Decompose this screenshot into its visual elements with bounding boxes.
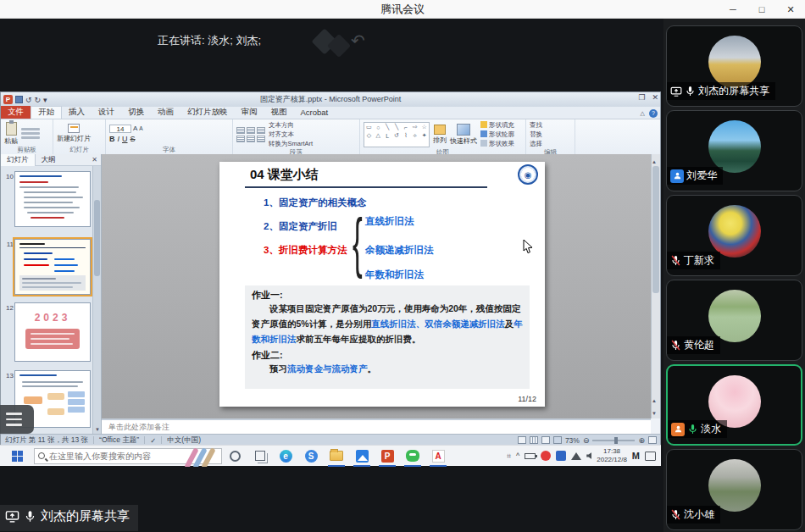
wechat-button[interactable] xyxy=(400,446,425,467)
sorter-view-button[interactable] xyxy=(530,436,538,444)
tab-review[interactable]: 审阅 xyxy=(235,106,264,119)
task-view-button[interactable] xyxy=(247,446,273,467)
action-center-icon[interactable] xyxy=(645,452,656,461)
bold-button[interactable]: B xyxy=(109,135,115,143)
start-button[interactable] xyxy=(0,446,34,467)
fit-to-window-button[interactable] xyxy=(648,436,657,444)
tray-clock[interactable]: 17:38 2022/12/8 xyxy=(597,447,627,463)
participant-tile[interactable]: 刘杰的屏幕共享 xyxy=(666,25,802,107)
participant-tile[interactable]: 黄伦超 xyxy=(666,280,802,361)
normal-view-button[interactable] xyxy=(518,436,526,444)
quick-styles-button[interactable]: 快速样式 xyxy=(450,124,477,146)
slide-thumbnail-11-selected[interactable] xyxy=(14,239,91,295)
zoom-in-icon[interactable]: ⊕ xyxy=(638,436,645,445)
tab-acrobat[interactable]: Acrobat xyxy=(294,106,336,119)
hidden-icons-chevron[interactable]: ^ xyxy=(516,452,519,460)
ime-grid-icon[interactable]: ⌗ xyxy=(507,452,511,461)
zoom-slider[interactable] xyxy=(592,440,635,441)
meeting-float-panel-handle[interactable] xyxy=(0,405,34,434)
tab-file[interactable]: 文件 xyxy=(1,106,31,119)
photos-icon xyxy=(356,450,369,463)
input-method-icon[interactable] xyxy=(556,451,566,461)
select-button[interactable]: 选择 xyxy=(530,140,542,148)
grow-font-icon[interactable]: A xyxy=(133,125,137,132)
align-text-button[interactable]: 对齐文本 xyxy=(269,130,313,139)
scroll-up-icon[interactable]: ▲ xyxy=(652,159,657,164)
participant-name: 丁新求 xyxy=(684,253,714,268)
slide-thumbnail-12[interactable]: 2023 xyxy=(14,302,91,362)
spellcheck-icon[interactable]: ✓ xyxy=(150,436,156,445)
current-slide[interactable]: 04 课堂小结 ◉ 1、固定资产的相关概念 2、固定资产折旧 3、折旧费计算方法… xyxy=(219,162,545,407)
participant-tile[interactable]: 沈小雄 xyxy=(666,449,802,530)
search-input[interactable] xyxy=(49,452,168,461)
file-explorer-button[interactable] xyxy=(324,446,349,467)
participant-tile-speaking[interactable]: 淡水 xyxy=(666,364,802,446)
zoom-out-icon[interactable]: ⊖ xyxy=(583,436,590,445)
tab-view[interactable]: 视图 xyxy=(264,106,294,119)
ppt-close-button[interactable]: ✕ xyxy=(652,93,658,102)
text-direction-button[interactable]: 文本方向 xyxy=(269,121,313,130)
maximize-button[interactable]: □ xyxy=(747,0,776,19)
pane-close-icon[interactable]: ✕ xyxy=(92,156,101,163)
shape-fill-button[interactable]: 形状填充 xyxy=(480,121,514,130)
paste-button[interactable]: 粘贴 xyxy=(4,122,18,146)
tab-home[interactable]: 开始 xyxy=(31,106,62,119)
shapes-gallery[interactable]: ▭○╲╲⌐⇨☆ ◇△L↺⌇⟡✦ xyxy=(364,122,430,147)
tab-animations[interactable]: 动画 xyxy=(151,106,180,119)
shape-effects-button[interactable]: 形状效果 xyxy=(480,140,514,148)
tab-insert[interactable]: 插入 xyxy=(62,106,92,119)
acrobat-button[interactable]: A xyxy=(425,446,451,467)
network-icon[interactable] xyxy=(571,452,581,460)
tab-design[interactable]: 设计 xyxy=(92,106,121,119)
help-icon[interactable]: ? xyxy=(649,109,658,118)
taskbar-search[interactable] xyxy=(34,448,222,464)
alignment-icons[interactable] xyxy=(236,127,265,142)
participant-tile[interactable]: 丁新求 xyxy=(666,195,802,276)
qq-icon[interactable] xyxy=(541,451,551,461)
ppt-titlebar[interactable]: P ↺ ↻ ▾ 固定资产核算.pptx - Microsoft PowerPoi… xyxy=(1,92,660,107)
tab-slideshow[interactable]: 幻灯片放映 xyxy=(180,106,235,119)
new-slide-button[interactable]: 新建幻灯片 xyxy=(57,124,91,143)
italic-button[interactable]: I xyxy=(118,135,120,143)
strikethrough-button[interactable]: S xyxy=(130,135,136,143)
cortana-button[interactable] xyxy=(222,446,247,467)
slides-pane-scrollbar[interactable]: ▼ xyxy=(92,166,101,434)
next-slide-icon[interactable]: ▼ xyxy=(652,411,657,416)
notes-pane[interactable]: 单击此处添加备注 xyxy=(102,418,651,434)
shape-outline-button[interactable]: 形状轮廓 xyxy=(480,130,514,139)
close-button[interactable]: ✕ xyxy=(776,0,805,19)
browser-button[interactable]: S xyxy=(298,446,324,467)
sogou-input-icon[interactable]: M xyxy=(632,451,640,461)
cut-copy-painter-icons[interactable] xyxy=(21,128,40,139)
tab-outline[interactable]: 大纲 xyxy=(36,154,62,166)
volume-icon[interactable] xyxy=(586,452,591,459)
replace-button[interactable]: 替换 xyxy=(530,130,542,139)
photos-button[interactable] xyxy=(349,446,375,467)
find-button[interactable]: 查找 xyxy=(530,121,542,130)
slide-scrollbar[interactable]: ▲ ▲ ▼ xyxy=(651,154,660,418)
scrollbar-thumb[interactable] xyxy=(652,166,659,293)
collapse-ribbon-icon[interactable]: △ xyxy=(641,110,645,117)
arrange-button[interactable]: 排列 xyxy=(433,125,447,145)
tab-slides[interactable]: 幻灯片 xyxy=(1,154,36,166)
battery-icon[interactable] xyxy=(525,453,536,459)
tab-transitions[interactable]: 切换 xyxy=(121,106,151,119)
underline-button[interactable]: U xyxy=(122,135,128,143)
previous-slide-icon[interactable]: ▲ xyxy=(652,398,657,403)
search-highlight-icon[interactable] xyxy=(184,447,219,467)
shrink-font-icon[interactable]: A xyxy=(139,125,142,131)
font-size-box[interactable]: 14 xyxy=(109,125,131,133)
ppt-restore-button[interactable]: ❐ xyxy=(638,93,645,102)
powerpoint-button[interactable]: P xyxy=(375,446,400,467)
scrollbar-thumb[interactable] xyxy=(94,200,100,276)
language-indicator[interactable]: 中文(中国) xyxy=(167,435,201,446)
slide-thumbnail-10[interactable] xyxy=(14,171,91,227)
edge-button[interactable]: e xyxy=(273,446,298,467)
smartart-button[interactable]: 转换为SmartArt xyxy=(269,140,313,148)
slideshow-button[interactable] xyxy=(553,436,562,444)
reading-view-button[interactable] xyxy=(541,436,550,444)
scroll-down-icon[interactable]: ▼ xyxy=(93,425,102,434)
participant-tile[interactable]: 刘爱华 xyxy=(666,110,802,191)
minimize-button[interactable]: ─ xyxy=(719,0,747,19)
ribbon: 粘贴 剪贴板 新建幻灯片 幻灯片 xyxy=(1,119,660,154)
